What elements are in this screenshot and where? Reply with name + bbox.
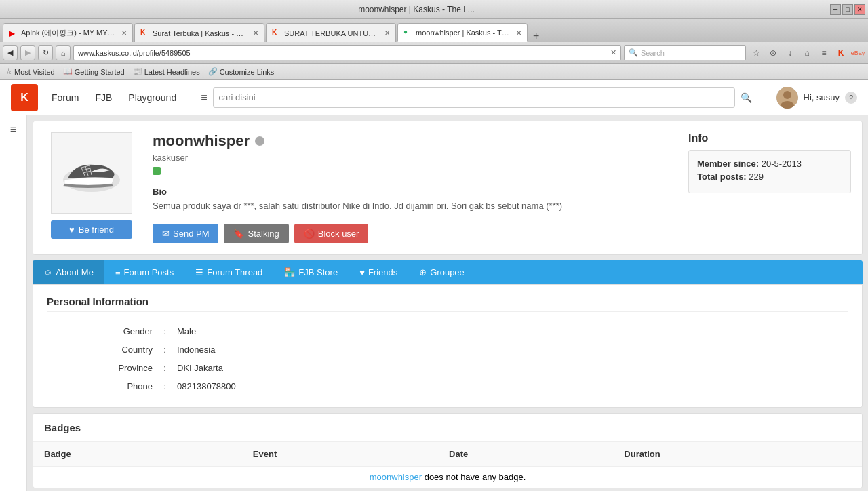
new-tab-button[interactable]: + — [529, 30, 543, 42]
home-button[interactable]: ⌂ — [56, 45, 71, 60]
gender-colon: : — [158, 323, 172, 340]
tab-close-4[interactable]: ✕ — [516, 29, 521, 37]
forum-posts-icon: ≡ — [115, 267, 121, 277]
browser-search-bar[interactable]: 🔍 Search — [624, 45, 746, 60]
minimize-button[interactable]: ─ — [830, 4, 841, 15]
bio-section: Bio Semua produk saya dr ***, salah satu… — [153, 186, 675, 213]
book-icon: 📖 — [63, 67, 73, 76]
badge-username-link[interactable]: moonwhisper — [370, 472, 422, 482]
block-user-button[interactable]: 🚫 Block user — [294, 224, 369, 243]
header-search-button[interactable]: 🔍 — [741, 92, 752, 103]
province-colon: : — [158, 359, 172, 376]
header-right: Hi, susuy ? — [776, 87, 857, 109]
address-clear[interactable]: ✕ — [610, 48, 616, 57]
home-toolbar-icon[interactable]: ⌂ — [800, 45, 814, 60]
nav-fjb[interactable]: FJB — [95, 92, 112, 103]
bookmark-most-visited[interactable]: ☆ Most Visited — [5, 67, 55, 76]
kaskus-logo[interactable]: K — [11, 84, 38, 111]
back-button[interactable]: ◀ — [3, 45, 18, 60]
personal-info-title: Personal Information — [47, 296, 848, 312]
province-value: DKI Jakarta — [173, 359, 847, 376]
bookmark-icon[interactable]: ☆ — [749, 45, 764, 60]
sync-icon[interactable]: ⊙ — [766, 45, 781, 60]
close-button[interactable]: ✕ — [854, 4, 865, 15]
nav-playground[interactable]: Playground — [128, 92, 176, 103]
action-buttons: ✉ Send PM 🔖 Stalking 🚫 Block user — [153, 224, 675, 243]
duration-col-header: Duration — [613, 442, 862, 467]
tab-label-2: Surat Terbuka | Kaskus - The... — [153, 29, 248, 37]
tab-close-3[interactable]: ✕ — [384, 29, 390, 37]
tab-fjb-store[interactable]: 🏪 FJB Store — [273, 260, 349, 284]
main-content: ♥ Be friend moonwhisper kaskuser Bio Sem… — [27, 115, 868, 491]
tab-4[interactable]: ● moonwhisper | Kaskus - The L... ✕ — [397, 23, 528, 42]
nav-forum[interactable]: Forum — [52, 92, 79, 103]
province-row: Province : DKI Jakarta — [48, 359, 847, 376]
kaskus-header: K Forum FJB Playground ≡ 🔍 Hi, susuy ? — [0, 80, 868, 115]
badges-empty-row: moonwhisper does not have any badge. — [33, 466, 862, 488]
bookmark-latest-headlines[interactable]: 📰 Latest Headlines — [133, 67, 200, 76]
tab-close-2[interactable]: ✕ — [253, 29, 258, 37]
forward-button[interactable]: ▶ — [20, 45, 35, 60]
gender-label: Gender — [48, 323, 157, 340]
hamburger-icon[interactable]: ≡ — [201, 92, 207, 104]
badges-section: Badges Badge Event Date Duration moonwhi… — [33, 413, 863, 488]
tab-favicon-1: ▶ — [9, 28, 18, 38]
user-greeting: Hi, susuy — [804, 92, 840, 102]
restore-button[interactable]: □ — [842, 4, 853, 15]
profile-role: kaskuser — [153, 153, 675, 163]
tab-favicon-4: ● — [403, 28, 413, 37]
tab-groupee[interactable]: ⊕ Groupee — [408, 260, 475, 284]
tab-label-4: moonwhisper | Kaskus - The L... — [416, 28, 511, 37]
avatar-image — [776, 87, 798, 109]
bio-label: Bio — [153, 186, 675, 197]
profile-info: moonwhisper kaskuser Bio Semua produk sa… — [153, 132, 675, 243]
gender-value: Male — [173, 323, 847, 340]
be-friend-button[interactable]: ♥ Be friend — [51, 220, 132, 239]
tab-3[interactable]: K SURAT TERBUKA UNTUK ID M... ✕ — [266, 23, 396, 42]
menu-icon[interactable]: ≡ — [816, 45, 831, 60]
ebay-icon[interactable]: eBay — [850, 45, 865, 60]
user-avatar[interactable] — [776, 87, 798, 109]
stalking-button[interactable]: 🔖 Stalking — [224, 224, 288, 243]
help-icon[interactable]: ? — [845, 92, 857, 104]
info-box: Info Member since: 20-5-2013 Total posts… — [688, 132, 851, 243]
svg-point-1 — [783, 91, 791, 99]
send-pm-button[interactable]: ✉ Send PM — [153, 224, 218, 243]
search-icon: 🔍 — [629, 48, 638, 57]
address-bar-area: ◀ ▶ ↻ ⌂ www.kaskus.co.id/profile/5489505… — [0, 42, 868, 64]
window-controls: ─ □ ✕ — [830, 4, 865, 15]
tab-bar: ▶ Apink (에이핑크) - MY MY - Y... ✕ K Surat … — [0, 19, 868, 42]
tab-about-me[interactable]: ☺ About Me — [33, 260, 104, 284]
tab-forum-posts[interactable]: ≡ Forum Posts — [104, 260, 184, 284]
profile-tabs: ☺ About Me ≡ Forum Posts ☰ Forum Thread … — [33, 260, 863, 284]
avatar-shoe-image — [54, 146, 129, 200]
refresh-button[interactable]: ↻ — [38, 45, 53, 60]
tab-2[interactable]: K Surat Terbuka | Kaskus - The... ✕ — [134, 23, 264, 42]
logo-text: K — [20, 92, 28, 104]
bookmark-getting-started[interactable]: 📖 Getting Started — [63, 67, 125, 76]
tab-favicon-2: K — [140, 28, 150, 38]
profile-username: moonwhisper — [153, 132, 675, 150]
personal-info-table: Gender : Male Country : Indonesia Provin… — [47, 321, 848, 396]
tab-label-1: Apink (에이핑크) - MY MY - Y... — [21, 28, 116, 38]
badge-col-header: Badge — [33, 442, 242, 467]
sidebar-toggle[interactable]: ≡ — [0, 115, 27, 491]
tab-1[interactable]: ▶ Apink (에이핑크) - MY MY - Y... ✕ — [3, 23, 133, 42]
kaskus-extension-icon[interactable]: K — [833, 45, 848, 60]
country-colon: : — [158, 341, 172, 358]
tab-close-1[interactable]: ✕ — [121, 29, 127, 37]
about-me-icon: ☺ — [43, 267, 52, 277]
toolbar-icons: ☆ ⊙ ↓ ⌂ ≡ K eBay — [749, 45, 865, 60]
bookmark-customize[interactable]: 🔗 Customize Links — [208, 67, 275, 76]
address-text: www.kaskus.co.id/profile/5489505 — [78, 49, 191, 57]
header-search-input[interactable] — [213, 87, 735, 108]
heart-icon: ♥ — [69, 224, 75, 235]
total-posts-row: Total posts: 229 — [697, 172, 842, 182]
date-col-header: Date — [438, 442, 613, 467]
phone-label: Phone — [48, 378, 157, 395]
download-icon[interactable]: ↓ — [783, 45, 797, 60]
tab-friends[interactable]: ♥ Friends — [349, 260, 408, 284]
address-bar[interactable]: www.kaskus.co.id/profile/5489505 ✕ — [73, 45, 621, 60]
tab-forum-thread[interactable]: ☰ Forum Thread — [184, 260, 273, 284]
search-placeholder: Search — [641, 49, 665, 57]
